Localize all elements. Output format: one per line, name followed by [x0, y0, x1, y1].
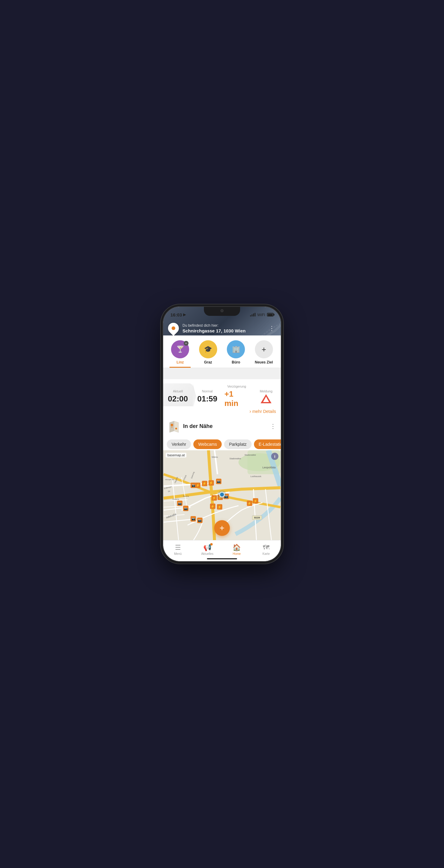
edit-badge-icon: ✏ [184, 341, 188, 346]
dest-label-buero: Büro [232, 360, 240, 364]
status-icons: WiFi [250, 313, 273, 317]
nav-item-aktuelles[interactable]: 📢 Aktuelles [198, 544, 216, 555]
nav-item-karte[interactable]: 🗺 Karte [257, 544, 275, 555]
travel-verzoegerung: Verzögerung +1 min [222, 383, 251, 409]
dest-circle-new: + [255, 340, 273, 358]
notch [204, 307, 240, 316]
svg-text:Sillerw.: Sillerw. [211, 456, 218, 458]
status-time: 16:03 ▶ [171, 312, 186, 317]
svg-text:⚡: ⚡ [202, 481, 207, 486]
battery-icon [267, 313, 273, 316]
svg-marker-1 [174, 421, 179, 433]
nearby-title: In der Nähe [183, 423, 270, 430]
svg-text:⚡: ⚡ [211, 504, 215, 508]
dest-label-linz: Linz [176, 360, 184, 364]
travel-aktuell: Aktuell 02:00 [163, 383, 193, 409]
dest-label-new: Neues Ziel [255, 360, 273, 364]
home-icon: 🏠 [233, 544, 241, 552]
fab-plus-icon: + [219, 524, 225, 532]
camera-dot [220, 309, 224, 312]
filter-tab-webcams[interactable]: Webcams [194, 439, 222, 449]
svg-text:⚡: ⚡ [247, 501, 251, 505]
filter-tab-parkplatz[interactable]: Parkplatz [224, 439, 251, 449]
dest-circle-buero: 🏢 [227, 340, 245, 358]
quick-destinations: ✏ 🍸 Linz 🎓 Graz 🏢 Büro [163, 336, 281, 368]
svg-text:Stadionallee: Stadionallee [230, 458, 241, 460]
dest-icon-linz: 🍸 [176, 345, 184, 353]
svg-point-4 [175, 428, 177, 430]
nav-item-home[interactable]: 🏠 Home [228, 544, 246, 555]
normal-label: Normal [202, 390, 213, 393]
filter-tab-verkehr[interactable]: Verkehr [167, 439, 191, 449]
aktuelles-badge: 📢 [203, 544, 211, 552]
svg-text:📷: 📷 [191, 517, 196, 521]
aktuelles-icon: 📢 [203, 544, 211, 551]
dest-icon-new: + [262, 345, 266, 354]
warning-triangle-icon: ! [261, 394, 271, 403]
svg-text:⚡: ⚡ [217, 505, 222, 509]
nav-label-karte: Karte [262, 552, 270, 555]
nav-label-aktuelles: Aktuelles [201, 552, 213, 555]
svg-text:Stadionallee: Stadionallee [245, 454, 256, 456]
home-indicator [207, 558, 237, 559]
destination-linz[interactable]: ✏ 🍸 Linz [170, 340, 190, 368]
destination-graz[interactable]: 🎓 Graz [198, 340, 219, 368]
svg-text:Leopoldsta: Leopoldsta [262, 466, 276, 469]
svg-text:Baumg.: Baumg. [183, 495, 189, 497]
svg-text:📷: 📷 [178, 501, 182, 505]
svg-text:Lusthausstr.: Lusthausstr. [250, 475, 262, 477]
more-details-link[interactable]: mehr Details [249, 409, 276, 414]
meldung-label: Meldung [260, 390, 272, 393]
wifi-icon: WiFi [257, 313, 265, 317]
svg-text:⚡: ⚡ [196, 483, 200, 487]
svg-point-64 [218, 490, 226, 499]
dest-icon-graz: 🎓 [204, 345, 212, 353]
phone-screen: 16:03 ▶ WiFi [163, 307, 281, 561]
travel-normal: Normal 01:59 [193, 383, 222, 409]
phone-frame: 16:03 ▶ WiFi [163, 307, 281, 561]
nav-label-home: Home [233, 552, 241, 555]
svg-text:B228: B228 [254, 516, 260, 519]
svg-text:⚡: ⚡ [209, 481, 213, 485]
location-pin-icon [166, 321, 181, 336]
svg-text:📷: 📷 [184, 507, 188, 510]
travel-meldung: Meldung ! [251, 383, 281, 409]
svg-text:📷: 📷 [198, 518, 202, 522]
dest-circle-linz: ✏ 🍸 [171, 340, 189, 358]
normal-value: 01:59 [197, 394, 217, 404]
dest-icon-buero: 🏢 [232, 345, 240, 353]
verzoegerung-label: Verzögerung [228, 384, 246, 388]
nav-item-menu[interactable]: ☰ Menü [169, 544, 187, 555]
svg-text:⚡: ⚡ [254, 499, 258, 503]
svg-text:📷: 📷 [191, 484, 196, 487]
signal-bars-icon [250, 313, 256, 316]
destination-buero[interactable]: 🏢 Büro [225, 340, 246, 368]
map-basemap-label: basemap.at [166, 453, 186, 458]
svg-text:📷: 📷 [217, 479, 221, 484]
menu-icon: ☰ [175, 544, 181, 552]
aktuell-label: Aktuell [173, 390, 183, 393]
filter-tab-e-ladestationen[interactable]: E-Ladestationen [254, 439, 281, 449]
map-info-button[interactable]: i [271, 453, 278, 460]
fab-add-button[interactable]: + [214, 520, 230, 536]
nav-arrow-icon: ▶ [183, 313, 186, 317]
nav-label-menu: Menü [174, 552, 182, 555]
dest-label-graz: Graz [204, 360, 212, 364]
karte-icon: 🗺 [263, 544, 269, 552]
svg-text:Rabeng.: Rabeng. [173, 498, 179, 500]
aktuell-value: 02:00 [168, 394, 188, 404]
dest-circle-graz: 🎓 [199, 340, 217, 358]
svg-text:⚡: ⚡ [212, 496, 216, 500]
svg-point-2 [171, 424, 173, 426]
nearby-section: In der Nähe ⋮ [163, 415, 281, 437]
verzoegerung-value: +1 min [225, 390, 249, 408]
nearby-menu-button[interactable]: ⋮ [270, 423, 276, 430]
destination-new[interactable]: + Neues Ziel [254, 340, 274, 368]
map3d-icon [168, 420, 183, 433]
svg-text:nburger Str.: nburger Str. [165, 478, 174, 480]
